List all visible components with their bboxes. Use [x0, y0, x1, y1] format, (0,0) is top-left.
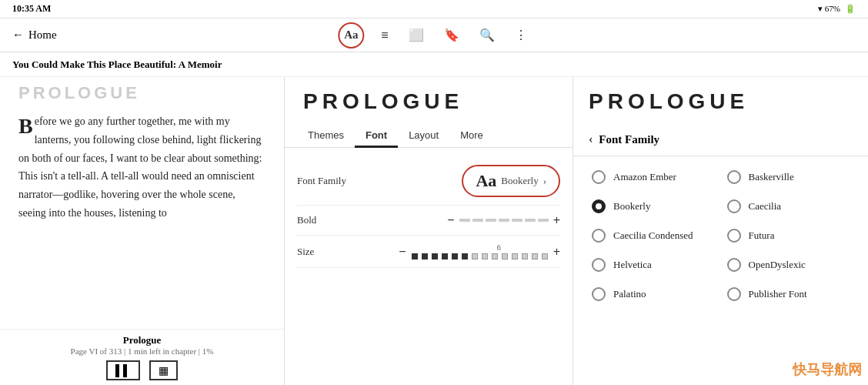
book-prologue-faded: PROLOGUE	[0, 77, 284, 106]
font-settings-content: Font Family Aa Bookerly › Bold −	[285, 148, 573, 385]
tab-layout[interactable]: Layout	[398, 123, 449, 147]
home-nav[interactable]: ← Home	[12, 28, 57, 42]
status-bar: 10:35 AM ▾ 67% 🔋	[0, 0, 868, 18]
size-value: − 6	[399, 243, 560, 259]
font-family-value[interactable]: Aa Bookerly ›	[462, 165, 560, 197]
font-family-header: ‹ Font Family	[573, 123, 868, 156]
tab-more[interactable]: More	[449, 123, 494, 147]
battery-icon: 🔋	[845, 4, 856, 14]
font-settings-panel: PROLOGUE Themes Font Layout More Font Fa…	[285, 77, 573, 385]
font-label-palatino: Palatino	[613, 288, 646, 300]
page-view-button[interactable]: ⬜	[406, 26, 427, 44]
toolbar-center-icons: Aa ≡ ⬜ 🔖 🔍 ⋮	[338, 22, 529, 49]
book-footer: Prologue Page VI of 313 | 1 min left in …	[0, 329, 284, 385]
bookmark-button[interactable]: 🔖	[441, 26, 462, 44]
book-body-text: efore we go any further together, me wit…	[18, 116, 262, 219]
bold-seg-4	[499, 219, 509, 222]
font-option-helvetica[interactable]: Helvetica	[586, 250, 721, 280]
bold-label: Bold	[297, 214, 316, 226]
tab-themes[interactable]: Themes	[297, 123, 355, 147]
bold-seg-1	[459, 219, 470, 222]
font-label-amazon-ember: Amazon Ember	[613, 171, 676, 183]
font-option-caecilia-condensed[interactable]: Caecilia Condensed	[586, 221, 721, 250]
font-label-caecilia: Caecilia	[749, 200, 782, 213]
list-icon-button[interactable]: ≡	[378, 27, 391, 44]
size-seg-empty-8	[542, 253, 548, 259]
size-slider[interactable]: − 6	[399, 243, 560, 259]
radio-opendyslexic	[727, 258, 741, 272]
font-label-baskerville: Baskerville	[749, 171, 794, 183]
radio-caecilia-condensed	[592, 229, 606, 243]
font-family-header-title: Font Family	[599, 133, 659, 146]
font-family-grid: Amazon Ember Baskerville Bookerly Caecil…	[573, 156, 868, 315]
font-option-publisher-font[interactable]: Publisher Font	[721, 280, 856, 309]
toolbar: ← Home Aa ≡ ⬜ 🔖 🔍 ⋮	[0, 18, 868, 52]
font-settings-button[interactable]: Aa	[338, 22, 364, 49]
font-family-back-button[interactable]: ‹	[589, 132, 593, 146]
size-seg-filled-4	[442, 253, 448, 259]
grid-view-button[interactable]: ▦	[149, 360, 178, 380]
radio-baskerville	[727, 170, 741, 184]
size-seg-empty-4	[502, 253, 508, 259]
radio-caecilia	[727, 199, 741, 213]
size-current-label: 6	[497, 243, 501, 252]
size-seg-empty-6	[522, 253, 528, 259]
tab-font[interactable]: Font	[355, 123, 398, 147]
size-decrease-button[interactable]: −	[399, 245, 406, 259]
size-seg-empty-3	[492, 253, 498, 259]
book-title: You Could Make This Place Beautiful: A M…	[12, 59, 222, 71]
bold-seg-3	[486, 219, 496, 222]
radio-publisher-font	[727, 287, 741, 301]
font-label-bookerly: Bookerly	[613, 200, 650, 213]
home-label[interactable]: Home	[28, 28, 57, 42]
radio-futura	[727, 229, 741, 243]
size-track-container: 6	[411, 243, 549, 259]
size-seg-filled-6	[462, 253, 468, 259]
font-family-name: Bookerly	[501, 175, 538, 187]
size-row: Size − 6	[297, 236, 560, 268]
drop-cap: B	[18, 116, 33, 137]
font-option-baskerville[interactable]: Baskerville	[721, 162, 856, 192]
font-family-panel: PROLOGUE ‹ Font Family Amazon Ember Bask…	[573, 77, 868, 385]
size-seg-empty-7	[532, 253, 538, 259]
font-panel-prologue: PROLOGUE	[285, 77, 573, 123]
font-label-opendyslexic: OpenDyslexic	[749, 259, 806, 271]
font-option-futura[interactable]: Futura	[721, 221, 856, 250]
main-content: PROLOGUE Before we go any further togeth…	[0, 77, 868, 385]
watermark: 快马导航网	[793, 360, 862, 379]
size-increase-button[interactable]: +	[553, 245, 560, 259]
radio-bookerly	[592, 199, 606, 213]
font-label-publisher-font: Publisher Font	[749, 288, 807, 300]
font-family-aa: Aa	[476, 171, 496, 191]
bold-seg-7	[538, 219, 549, 222]
bold-increase-button[interactable]: +	[553, 213, 560, 227]
font-tabs: Themes Font Layout More	[285, 123, 573, 148]
bold-slider[interactable]: − +	[447, 213, 560, 227]
font-option-palatino[interactable]: Palatino	[586, 280, 721, 309]
size-seg-filled-1	[412, 253, 418, 259]
font-family-row: Font Family Aa Bookerly ›	[297, 157, 560, 206]
size-seg-empty-2	[482, 253, 488, 259]
font-option-opendyslexic[interactable]: OpenDyslexic	[721, 250, 856, 280]
size-seg-filled-5	[452, 253, 458, 259]
book-text: Before we go any further together, me wi…	[0, 106, 284, 329]
book-title-bar: You Could Make This Place Beautiful: A M…	[0, 52, 868, 77]
size-seg-filled-2	[422, 253, 428, 259]
footer-chapter-title: Prologue	[5, 334, 279, 346]
radio-amazon-ember	[592, 170, 606, 184]
search-button[interactable]: 🔍	[476, 26, 498, 44]
more-menu-button[interactable]: ⋮	[512, 26, 530, 44]
bold-seg-6	[525, 219, 536, 222]
size-seg-empty-5	[512, 253, 518, 259]
font-label-futura: Futura	[749, 229, 775, 242]
font-option-caecilia[interactable]: Caecilia	[721, 192, 856, 221]
list-view-button[interactable]: ▌▌	[106, 360, 140, 380]
radio-helvetica	[592, 258, 606, 272]
font-family-display[interactable]: Aa Bookerly ›	[462, 165, 560, 197]
status-time: 10:35 AM	[12, 3, 51, 15]
back-arrow-icon[interactable]: ←	[12, 28, 24, 42]
bold-decrease-button[interactable]: −	[447, 213, 454, 227]
footer-view-icons: ▌▌ ▦	[5, 360, 279, 380]
font-option-amazon-ember[interactable]: Amazon Ember	[586, 162, 721, 192]
font-option-bookerly[interactable]: Bookerly	[586, 192, 721, 221]
